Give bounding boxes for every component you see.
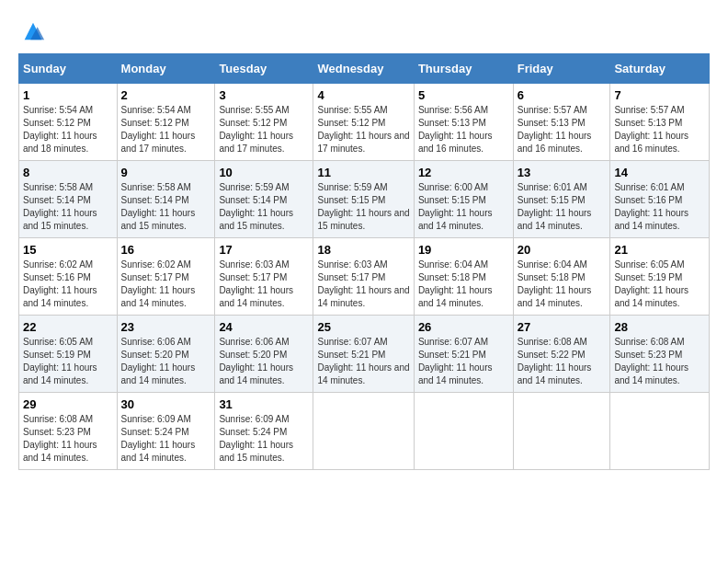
day-number: 19 [418,243,509,257]
day-detail: Sunrise: 6:03 AM Sunset: 5:17 PM Dayligh… [317,259,409,310]
day-detail: Sunrise: 6:09 AM Sunset: 5:24 PM Dayligh… [121,413,211,465]
day-detail: Sunrise: 6:06 AM Sunset: 5:20 PM Dayligh… [121,336,211,387]
day-detail: Sunrise: 5:55 AM Sunset: 5:12 PM Dayligh… [317,104,409,155]
day-number: 7 [614,88,705,102]
day-number: 12 [418,166,509,179]
day-detail: Sunrise: 6:08 AM Sunset: 5:22 PM Dayligh… [518,336,607,387]
day-number: 9 [121,166,211,179]
calendar-cell [414,393,513,470]
page-header [18,18,710,44]
day-number: 29 [23,397,113,411]
calendar-cell: 10 Sunrise: 5:59 AM Sunset: 5:14 PM Dayl… [215,161,313,238]
calendar-cell: 1 Sunrise: 5:54 AM Sunset: 5:12 PM Dayli… [19,84,118,161]
calendar-cell: 14 Sunrise: 6:01 AM Sunset: 5:16 PM Dayl… [610,161,710,238]
calendar-cell: 19 Sunrise: 6:04 AM Sunset: 5:18 PM Dayl… [414,238,513,316]
day-number: 10 [219,166,309,179]
calendar-cell: 28 Sunrise: 6:08 AM Sunset: 5:23 PM Dayl… [610,316,710,393]
day-number: 3 [219,88,309,102]
calendar-header-row: SundayMondayTuesdayWednesdayThursdayFrid… [19,54,710,84]
day-number: 31 [219,397,309,411]
day-detail: Sunrise: 5:58 AM Sunset: 5:14 PM Dayligh… [23,181,113,233]
week-row-2: 8 Sunrise: 5:58 AM Sunset: 5:14 PM Dayli… [19,161,710,238]
day-detail: Sunrise: 6:02 AM Sunset: 5:17 PM Dayligh… [121,259,211,310]
day-number: 25 [317,320,409,334]
calendar-cell: 24 Sunrise: 6:06 AM Sunset: 5:20 PM Dayl… [215,316,313,393]
calendar-cell: 27 Sunrise: 6:08 AM Sunset: 5:22 PM Dayl… [513,316,610,393]
day-detail: Sunrise: 6:03 AM Sunset: 5:17 PM Dayligh… [219,259,309,310]
calendar-cell: 22 Sunrise: 6:05 AM Sunset: 5:19 PM Dayl… [19,316,118,393]
calendar-cell: 4 Sunrise: 5:55 AM Sunset: 5:12 PM Dayli… [313,84,414,161]
calendar-cell: 13 Sunrise: 6:01 AM Sunset: 5:15 PM Dayl… [513,161,610,238]
calendar-cell: 8 Sunrise: 5:58 AM Sunset: 5:14 PM Dayli… [19,161,118,238]
calendar-cell: 2 Sunrise: 5:54 AM Sunset: 5:12 PM Dayli… [117,84,215,161]
day-detail: Sunrise: 6:08 AM Sunset: 5:23 PM Dayligh… [614,336,705,387]
calendar-cell: 12 Sunrise: 6:00 AM Sunset: 5:15 PM Dayl… [414,161,513,238]
day-number: 21 [614,243,705,257]
calendar-cell [610,393,710,470]
day-detail: Sunrise: 6:01 AM Sunset: 5:15 PM Dayligh… [518,181,607,233]
day-number: 2 [121,88,211,102]
calendar-cell: 16 Sunrise: 6:02 AM Sunset: 5:17 PM Dayl… [117,238,215,316]
day-detail: Sunrise: 5:57 AM Sunset: 5:13 PM Dayligh… [614,104,705,155]
column-header-monday: Monday [117,54,215,84]
day-number: 11 [317,166,409,179]
day-number: 22 [23,320,113,334]
week-row-3: 15 Sunrise: 6:02 AM Sunset: 5:16 PM Dayl… [19,238,710,316]
day-number: 16 [121,243,211,257]
day-detail: Sunrise: 6:09 AM Sunset: 5:24 PM Dayligh… [219,413,309,465]
calendar-cell: 17 Sunrise: 6:03 AM Sunset: 5:17 PM Dayl… [215,238,313,316]
day-number: 24 [219,320,309,334]
day-detail: Sunrise: 5:57 AM Sunset: 5:13 PM Dayligh… [518,104,607,155]
day-number: 28 [614,320,705,334]
calendar-cell: 15 Sunrise: 6:02 AM Sunset: 5:16 PM Dayl… [19,238,118,316]
column-header-wednesday: Wednesday [313,54,414,84]
calendar-cell: 3 Sunrise: 5:55 AM Sunset: 5:12 PM Dayli… [215,84,313,161]
day-number: 20 [518,243,607,257]
calendar-cell: 29 Sunrise: 6:08 AM Sunset: 5:23 PM Dayl… [19,393,118,470]
day-detail: Sunrise: 6:05 AM Sunset: 5:19 PM Dayligh… [614,259,705,310]
day-number: 15 [23,243,113,257]
column-header-thursday: Thursday [414,54,513,84]
day-detail: Sunrise: 6:05 AM Sunset: 5:19 PM Dayligh… [23,336,113,387]
day-number: 6 [518,88,607,102]
logo-icon [20,18,46,44]
day-detail: Sunrise: 5:59 AM Sunset: 5:15 PM Dayligh… [317,181,409,233]
day-number: 4 [317,88,409,102]
calendar-cell: 5 Sunrise: 5:56 AM Sunset: 5:13 PM Dayli… [414,84,513,161]
day-detail: Sunrise: 6:07 AM Sunset: 5:21 PM Dayligh… [418,336,509,387]
day-detail: Sunrise: 5:59 AM Sunset: 5:14 PM Dayligh… [219,181,309,233]
calendar-cell: 30 Sunrise: 6:09 AM Sunset: 5:24 PM Dayl… [117,393,215,470]
calendar-cell: 26 Sunrise: 6:07 AM Sunset: 5:21 PM Dayl… [414,316,513,393]
column-header-friday: Friday [513,54,610,84]
calendar-cell: 25 Sunrise: 6:07 AM Sunset: 5:21 PM Dayl… [313,316,414,393]
calendar-cell: 11 Sunrise: 5:59 AM Sunset: 5:15 PM Dayl… [313,161,414,238]
day-number: 8 [23,166,113,179]
day-detail: Sunrise: 6:04 AM Sunset: 5:18 PM Dayligh… [418,259,509,310]
week-row-1: 1 Sunrise: 5:54 AM Sunset: 5:12 PM Dayli… [19,84,710,161]
day-detail: Sunrise: 6:00 AM Sunset: 5:15 PM Dayligh… [418,181,509,233]
column-header-tuesday: Tuesday [215,54,313,84]
column-header-saturday: Saturday [610,54,710,84]
day-number: 1 [23,88,113,102]
day-detail: Sunrise: 6:04 AM Sunset: 5:18 PM Dayligh… [518,259,607,310]
calendar-cell [513,393,610,470]
week-row-4: 22 Sunrise: 6:05 AM Sunset: 5:19 PM Dayl… [19,316,710,393]
day-detail: Sunrise: 6:02 AM Sunset: 5:16 PM Dayligh… [23,259,113,310]
day-number: 18 [317,243,409,257]
calendar-cell: 9 Sunrise: 5:58 AM Sunset: 5:14 PM Dayli… [117,161,215,238]
day-detail: Sunrise: 5:54 AM Sunset: 5:12 PM Dayligh… [23,104,113,155]
day-number: 30 [121,397,211,411]
day-detail: Sunrise: 6:06 AM Sunset: 5:20 PM Dayligh… [219,336,309,387]
day-number: 13 [518,166,607,179]
column-header-sunday: Sunday [19,54,118,84]
logo [18,18,46,44]
day-detail: Sunrise: 6:08 AM Sunset: 5:23 PM Dayligh… [23,413,113,465]
day-number: 5 [418,88,509,102]
calendar-cell: 31 Sunrise: 6:09 AM Sunset: 5:24 PM Dayl… [215,393,313,470]
calendar-cell: 18 Sunrise: 6:03 AM Sunset: 5:17 PM Dayl… [313,238,414,316]
calendar-cell [313,393,414,470]
day-number: 27 [518,320,607,334]
day-detail: Sunrise: 5:54 AM Sunset: 5:12 PM Dayligh… [121,104,211,155]
day-detail: Sunrise: 5:56 AM Sunset: 5:13 PM Dayligh… [418,104,509,155]
day-detail: Sunrise: 6:01 AM Sunset: 5:16 PM Dayligh… [614,181,705,233]
